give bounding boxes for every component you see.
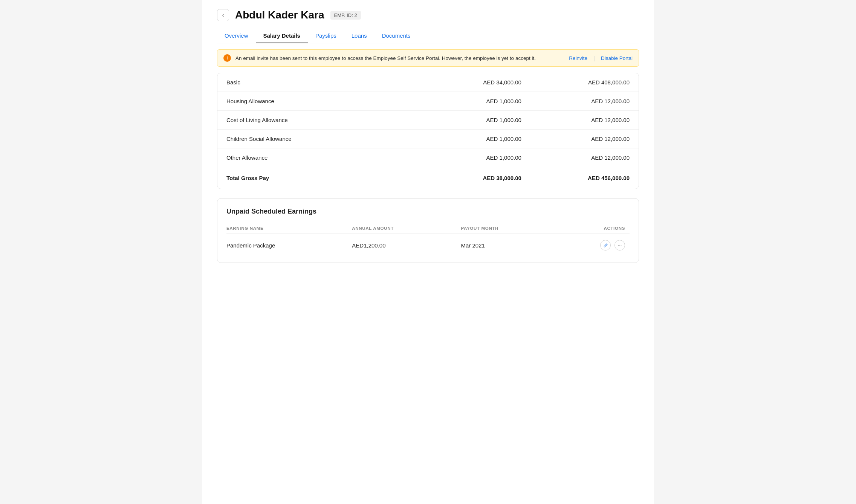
employee-name: Abdul Kader Kara [235,9,324,21]
salary-label: Children Social Allowance [217,130,428,148]
svg-point-2 [621,245,621,246]
banner-divider: | [593,55,595,61]
tab-payslips[interactable]: Payslips [308,29,344,43]
reinvite-link[interactable]: Reinvite [569,55,587,61]
total-gross-monthly: AED 38,000.00 [428,167,530,189]
table-row: Other Allowance AED 1,000.00 AED 12,000.… [217,148,639,167]
more-options-icon[interactable] [614,240,625,250]
salary-label: Cost of Living Allowance [217,111,428,130]
col-payout-month: PAYOUT MONTH [461,223,560,234]
svg-point-0 [618,245,619,246]
tab-salary-details[interactable]: Salary Details [256,29,308,43]
unpaid-earnings-content: Unpaid Scheduled Earnings EARNING NAME A… [217,199,639,263]
notification-banner: i An email invite has been sent to this … [217,49,639,67]
salary-annual: AED 12,000.00 [530,111,639,130]
col-actions: ACTIONS [560,223,630,234]
earning-payout-month: Mar 2021 [461,234,560,257]
tab-documents[interactable]: Documents [374,29,418,43]
info-icon: i [223,54,231,62]
salary-annual: AED 408,000.00 [530,73,639,92]
col-earning-name: EARNING NAME [226,223,352,234]
salary-monthly: AED 1,000.00 [428,148,530,167]
disable-portal-link[interactable]: Disable Portal [601,55,633,61]
salary-annual: AED 12,000.00 [530,130,639,148]
earnings-table: EARNING NAME ANNUAL AMOUNT PAYOUT MONTH … [226,223,630,257]
svg-point-1 [619,245,620,246]
employee-header: ‹ Abdul Kader Kara EMP. ID: 2 [217,9,639,21]
tab-loans[interactable]: Loans [344,29,374,43]
salary-monthly: AED 34,000.00 [428,73,530,92]
total-gross-annual: AED 456,000.00 [530,167,639,189]
salary-monthly: AED 1,000.00 [428,130,530,148]
emp-id-badge: EMP. ID: 2 [330,11,361,20]
salary-annual: AED 12,000.00 [530,148,639,167]
earning-annual-amount: AED1,200.00 [352,234,461,257]
unpaid-earnings-card: Unpaid Scheduled Earnings EARNING NAME A… [217,198,639,263]
table-row: Pandemic Package AED1,200.00 Mar 2021 [226,234,630,257]
col-annual-amount: ANNUAL AMOUNT [352,223,461,234]
action-icons-group [560,240,625,250]
salary-annual: AED 12,000.00 [530,92,639,111]
tabs-nav: Overview Salary Details Payslips Loans D… [217,29,639,43]
table-row: Children Social Allowance AED 1,000.00 A… [217,130,639,148]
banner-message: An email invite has been sent to this em… [235,55,564,61]
table-row: Basic AED 34,000.00 AED 408,000.00 [217,73,639,92]
table-row: Cost of Living Allowance AED 1,000.00 AE… [217,111,639,130]
salary-label: Housing Allowance [217,92,428,111]
salary-label: Other Allowance [217,148,428,167]
back-button[interactable]: ‹ [217,9,229,21]
tab-overview[interactable]: Overview [217,29,256,43]
salary-monthly: AED 1,000.00 [428,111,530,130]
salary-label: Basic [217,73,428,92]
back-icon: ‹ [222,12,224,18]
page-wrapper: ‹ Abdul Kader Kara EMP. ID: 2 Overview S… [202,0,654,504]
total-gross-row: Total Gross Pay AED 38,000.00 AED 456,00… [217,167,639,189]
earning-actions [560,234,630,257]
edit-icon[interactable] [600,240,611,250]
salary-monthly: AED 1,000.00 [428,92,530,111]
salary-details-card: Basic AED 34,000.00 AED 408,000.00 Housi… [217,73,639,189]
table-row: Housing Allowance AED 1,000.00 AED 12,00… [217,92,639,111]
earning-name: Pandemic Package [226,234,352,257]
unpaid-earnings-title: Unpaid Scheduled Earnings [226,208,630,215]
earnings-header-row: EARNING NAME ANNUAL AMOUNT PAYOUT MONTH … [226,223,630,234]
total-gross-label: Total Gross Pay [217,167,428,189]
salary-table: Basic AED 34,000.00 AED 408,000.00 Housi… [217,73,639,189]
earnings-table-wrapper: EARNING NAME ANNUAL AMOUNT PAYOUT MONTH … [226,223,630,263]
